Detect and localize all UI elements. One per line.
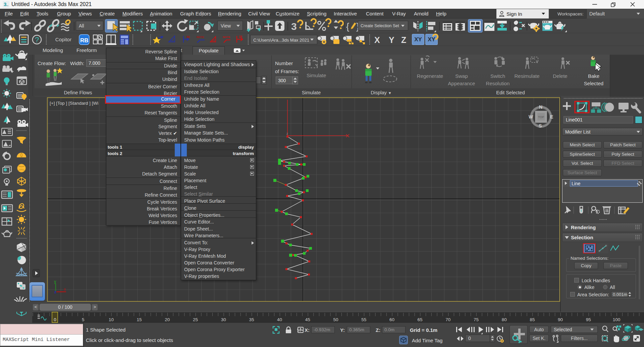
svg-text:?: ? [35, 36, 39, 44]
svg-text:40: 40 [277, 317, 282, 322]
svg-text:60: 60 [389, 317, 394, 322]
svg-text:NOTE: NOTE [197, 36, 204, 39]
svg-text:3: 3 [4, 1, 6, 7]
svg-text:x: x [64, 287, 66, 292]
svg-text:70: 70 [445, 317, 450, 322]
svg-text:NOTE: NOTE [223, 36, 230, 39]
svg-text:3: 3 [291, 21, 297, 32]
svg-text:50: 50 [333, 317, 338, 322]
svg-text:85: 85 [530, 317, 535, 322]
svg-text:80: 80 [502, 317, 507, 322]
svg-text:55: 55 [361, 317, 366, 322]
svg-text:45: 45 [170, 39, 174, 42]
svg-text:25: 25 [193, 317, 198, 322]
svg-text:y: y [54, 279, 56, 284]
svg-text:10: 10 [109, 317, 114, 322]
svg-text:45: 45 [211, 39, 215, 42]
svg-text:z: z [54, 290, 56, 294]
svg-text:X: X [374, 35, 380, 45]
svg-text:30: 30 [221, 317, 226, 322]
svg-text:W: W [529, 114, 533, 119]
svg-text:{: { [346, 21, 349, 32]
svg-text:15: 15 [137, 317, 142, 322]
svg-text:25: 25 [239, 35, 242, 38]
svg-text:0: 0 [54, 317, 56, 322]
svg-text:50: 50 [186, 35, 190, 39]
svg-text:S: S [539, 123, 542, 129]
svg-text:E: E [550, 114, 553, 119]
svg-text:N: N [539, 104, 542, 110]
svg-text:z: z [286, 132, 288, 136]
svg-text:Y: Y [389, 35, 394, 45]
svg-text:35: 35 [249, 317, 254, 322]
svg-text:95: 95 [586, 317, 591, 322]
svg-text:TOP: TOP [538, 115, 544, 119]
svg-text:90: 90 [558, 317, 563, 322]
svg-text:20: 20 [165, 317, 170, 322]
svg-text:65: 65 [418, 317, 423, 322]
svg-text:75: 75 [474, 317, 479, 322]
svg-text:100: 100 [613, 317, 621, 322]
svg-text:Z: Z [401, 35, 406, 45]
svg-text:45: 45 [305, 317, 310, 322]
svg-text:5: 5 [82, 317, 85, 322]
